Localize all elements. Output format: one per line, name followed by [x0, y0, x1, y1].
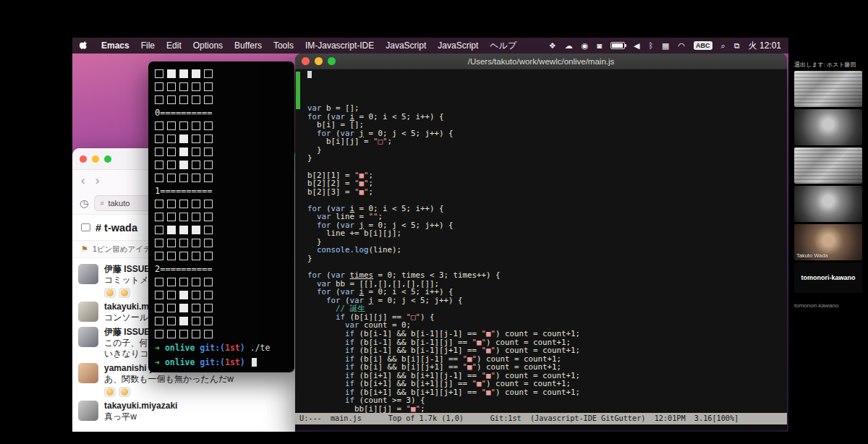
empty-cell: [167, 121, 176, 130]
empty-cell: [192, 161, 200, 169]
back-arrow-icon[interactable]: ‹: [81, 174, 85, 188]
empty-cell: [155, 252, 163, 260]
history-clock-icon[interactable]: ◷: [80, 197, 88, 209]
keyboard-icon[interactable]: ▦: [662, 38, 669, 54]
scrollbar-thumb[interactable]: [296, 72, 300, 109]
video-conference-sidebar: 退出します: ホスト藤田 Takuto Wadatomonori-kawano …: [788, 38, 868, 432]
emoji-icon: [121, 289, 128, 296]
control-center-icon[interactable]: ⧉: [734, 38, 740, 54]
close-button[interactable]: [302, 57, 310, 65]
battery-icon[interactable]: [610, 42, 625, 49]
reaction-emoji[interactable]: [104, 288, 116, 298]
life-grid-row: [155, 249, 294, 262]
forward-arrow-icon[interactable]: ›: [95, 174, 100, 188]
minimize-button[interactable]: [315, 57, 323, 65]
menu-3[interactable]: Options: [193, 40, 223, 51]
empty-cell: [155, 135, 163, 143]
terminal-window[interactable]: 0==========1==========2==========➜ onliv…: [148, 61, 294, 372]
avatar[interactable]: [78, 327, 98, 347]
participant-tile[interactable]: [794, 71, 862, 107]
empty-cell: [204, 252, 213, 260]
emacs-window[interactable]: /Users/takuto/work/wewlc/onlive/main.js …: [295, 54, 787, 430]
reaction-emoji[interactable]: [119, 387, 130, 397]
empty-cell: [179, 239, 188, 247]
shell-prompt[interactable]: ➜ onlive git:(1st): [155, 355, 294, 370]
life-grid-row: [155, 119, 294, 132]
menu-6[interactable]: IM-Javascript-IDE: [305, 40, 374, 51]
menu-8[interactable]: JavaScript: [438, 40, 478, 51]
empty-cell: [204, 200, 213, 208]
avatar[interactable]: [78, 363, 98, 383]
life-grid-row: [155, 93, 294, 106]
dropbox-icon[interactable]: ❖: [549, 38, 556, 54]
empty-cell: [155, 200, 163, 208]
zoom-button[interactable]: [328, 57, 336, 65]
minimize-button[interactable]: [92, 155, 99, 163]
empty-cell: [179, 174, 188, 182]
message-author[interactable]: 伊藤 ISSUE: [104, 327, 150, 337]
filled-cell: [192, 226, 200, 234]
menu-9[interactable]: ヘルプ: [490, 40, 516, 52]
search-icon[interactable]: ⌕: [721, 38, 726, 54]
code-line: if (b[i-1] && b[i-1][j+1] == "■") count …: [307, 346, 787, 355]
message-author[interactable]: 伊藤 ISSUE: [104, 264, 150, 274]
menubar-clock[interactable]: 火 12:01: [749, 40, 781, 52]
empty-cell: [155, 82, 163, 91]
message-author[interactable]: takayuki.m: [104, 302, 149, 312]
code-line: for (var i = 0; i < 5; i++) {: [307, 113, 787, 121]
avatar[interactable]: [78, 401, 98, 421]
participant-tile[interactable]: Takuto Wada: [794, 224, 862, 260]
menu-2[interactable]: Edit: [166, 40, 182, 51]
filled-cell: [179, 304, 188, 312]
shell-prompt[interactable]: ➜ onlive git:(1st) ./te: [155, 341, 294, 355]
bluetooth-icon[interactable]: ᛒ: [648, 38, 653, 54]
life-grid-row: [155, 276, 294, 289]
channel-name[interactable]: # t-wada: [95, 222, 137, 234]
empty-cell: [204, 239, 213, 247]
generation-label: 1==========: [155, 184, 294, 197]
participant-footer-label: tomonori-kawano: [794, 302, 838, 309]
apple-icon[interactable]: [80, 38, 88, 54]
empty-cell: [167, 200, 176, 208]
terminal-cursor: [252, 358, 257, 367]
close-button[interactable]: [80, 155, 87, 163]
participant-tile[interactable]: [794, 186, 862, 222]
code-line: [307, 87, 787, 96]
input-source-badge[interactable]: ABC: [694, 41, 712, 50]
record-icon[interactable]: ◉: [582, 38, 589, 54]
empty-cell: [167, 213, 176, 221]
menu-7[interactable]: JavaScript: [386, 40, 426, 51]
empty-cell: [167, 95, 176, 104]
code-line: line += b[i][j];: [307, 229, 787, 238]
participant-tile[interactable]: tomonori-kawano: [794, 262, 862, 293]
participant-tile[interactable]: [794, 148, 862, 184]
menu-5[interactable]: Tools: [273, 40, 294, 51]
menu-4[interactable]: Buffers: [234, 40, 262, 51]
avatar[interactable]: [78, 264, 98, 284]
code-line: }: [307, 154, 787, 163]
volume-icon[interactable]: ◀: [634, 38, 639, 54]
code-area[interactable]: var b = [];for (var i = 0; i < 5; i++) {…: [307, 71, 787, 413]
wifi-icon[interactable]: ◠: [678, 38, 685, 54]
menu-1[interactable]: File: [141, 40, 155, 51]
menubar-status: ❖☁◉◙◀ᛒ▦◠ABC⌕⧉火 12:01: [549, 38, 781, 54]
avatar[interactable]: [78, 302, 98, 322]
participant-tile[interactable]: [794, 109, 862, 145]
menu-app[interactable]: Emacs: [101, 40, 129, 51]
message-author[interactable]: takayuki.miyazaki: [104, 401, 177, 411]
filled-cell: [179, 161, 188, 169]
reaction-emoji[interactable]: [119, 288, 130, 298]
menubar: EmacsFileEditOptionsBuffersToolsIM-Javas…: [72, 38, 788, 54]
reaction-emoji[interactable]: [104, 387, 116, 397]
life-grid-row: [155, 236, 294, 249]
life-grid-row: [155, 328, 294, 341]
filled-cell: [167, 226, 176, 234]
cloud-icon[interactable]: ☁: [565, 38, 573, 54]
shield-icon[interactable]: ◙: [597, 38, 602, 54]
empty-cell: [155, 239, 163, 247]
zoom-button[interactable]: [104, 155, 111, 163]
life-grid-row: [155, 223, 294, 236]
emacs-buffer[interactable]: var b = [];for (var i = 0; i < 5; i++) {…: [295, 69, 787, 413]
participant-name-label: Takuto Wada: [796, 252, 828, 259]
emoji-icon: [121, 388, 128, 396]
